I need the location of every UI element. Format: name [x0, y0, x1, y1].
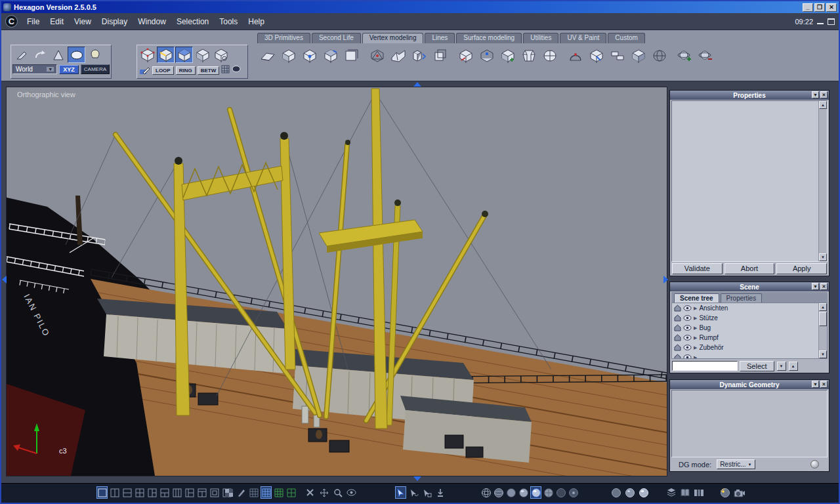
dg-indicator-icon[interactable]	[810, 460, 819, 469]
modeling-tool-button[interactable]	[257, 46, 278, 66]
look-icon[interactable]	[346, 486, 357, 499]
tab-uv-paint[interactable]: UV & Paint	[560, 33, 606, 43]
smoothing-high-icon[interactable]	[638, 486, 649, 499]
grid-blue-icon[interactable]	[261, 486, 272, 499]
smoothing-low-icon[interactable]	[610, 486, 621, 499]
tab-utilities[interactable]: Utilities	[523, 33, 558, 43]
layout-icon[interactable]	[109, 486, 120, 499]
modeling-tool-button[interactable]	[607, 46, 627, 66]
ellipse-mini-icon[interactable]	[232, 64, 242, 76]
modeling-tool-button[interactable]	[320, 46, 341, 66]
ellipse-tool-icon[interactable]	[68, 47, 85, 63]
magnet-minus-button[interactable]	[696, 46, 716, 66]
title-bar[interactable]: Hexagon Version 2.5.0.5 _ ❐ ✕	[1, 1, 839, 13]
render-sphere-icon[interactable]	[719, 486, 730, 499]
menu-view[interactable]: View	[69, 15, 96, 28]
chevron-down-icon[interactable]: ▼	[47, 67, 54, 72]
select-button[interactable]: Select	[740, 361, 774, 371]
viewport-canvas[interactable]: IAN PILO	[7, 87, 667, 476]
world-dropdown[interactable]: World▼	[12, 64, 57, 74]
scene-down-icon[interactable]: ▼	[777, 362, 786, 371]
stack-icon[interactable]	[665, 486, 677, 499]
scene-search-input[interactable]	[672, 361, 738, 371]
splitter-down-arrow[interactable]	[413, 476, 421, 481]
mdi-minimize-icon[interactable]	[817, 18, 824, 24]
camera-button[interactable]: CAMERA	[81, 64, 110, 74]
modeling-tool-button[interactable]	[565, 46, 585, 66]
grid-snap-icon[interactable]	[248, 486, 259, 499]
flat-sphere-icon[interactable]	[505, 486, 516, 499]
layout-icon[interactable]	[146, 486, 158, 499]
multi-select-icon[interactable]	[212, 47, 230, 63]
edge-pencil-icon[interactable]	[138, 66, 150, 75]
panel-collapse-icon[interactable]: ▼	[812, 91, 819, 98]
modeling-tool-button[interactable]	[455, 46, 476, 66]
wireframe-sphere-icon[interactable]	[480, 486, 492, 499]
columns-icon[interactable]	[693, 486, 704, 499]
tree-row[interactable]: ▶Zubehör	[672, 343, 827, 352]
dg-panel-header[interactable]: Dynamic Geometry ▼ ✕	[670, 380, 829, 389]
scene-tree-scrollbar[interactable]: ▲ ▼	[818, 303, 827, 358]
pan-icon[interactable]	[318, 486, 329, 499]
modeling-tool-button[interactable]	[497, 46, 518, 66]
tree-row[interactable]: ▶Bug	[672, 323, 827, 333]
wire-shade-sphere-icon[interactable]	[493, 486, 504, 499]
magnet-plus-button[interactable]	[675, 46, 695, 66]
validate-button[interactable]: Validate	[672, 263, 723, 274]
layout-icon[interactable]	[209, 486, 220, 499]
modeling-tool-button[interactable]	[278, 46, 299, 66]
properties-scrollbar[interactable]: ▲ ▼	[818, 101, 827, 261]
betw-button[interactable]: BETW	[198, 66, 220, 75]
eye-icon[interactable]	[683, 334, 692, 341]
tab-3d-primitives[interactable]: 3D Primitives	[257, 33, 310, 43]
layout-icon[interactable]	[134, 486, 145, 499]
scroll-down-icon[interactable]: ▼	[819, 350, 827, 358]
menu-file[interactable]: File	[22, 15, 45, 28]
tree-row[interactable]: ▶Rumpf	[672, 333, 827, 343]
layout-single-icon[interactable]	[96, 486, 108, 499]
modeling-tool-button[interactable]	[299, 46, 320, 66]
face-select-icon[interactable]	[175, 47, 193, 63]
pick-select-icon[interactable]	[421, 486, 432, 499]
close-x-icon[interactable]	[304, 486, 316, 499]
maximize-button[interactable]: ❐	[814, 3, 825, 12]
eye-icon[interactable]	[683, 314, 692, 322]
grid-green-icon[interactable]	[273, 486, 284, 499]
brush-icon[interactable]	[236, 486, 247, 499]
expand-icon[interactable]: ▶	[694, 335, 697, 341]
book-icon[interactable]	[679, 486, 690, 499]
modeling-tool-button[interactable]	[649, 46, 669, 66]
eye-icon[interactable]	[683, 304, 692, 312]
eye-icon[interactable]	[683, 344, 692, 351]
tab-lines[interactable]: Lines	[425, 33, 455, 43]
shaded-sphere-icon[interactable]	[518, 486, 529, 499]
blade-tool-icon[interactable]	[12, 47, 30, 63]
minimize-button[interactable]: _	[803, 3, 813, 12]
menu-selection[interactable]: Selection	[171, 15, 214, 28]
panel-close-icon[interactable]: ✕	[820, 91, 828, 98]
expand-icon[interactable]: ▶	[694, 355, 697, 360]
modeling-tool-button[interactable]	[430, 46, 450, 66]
smoothing-mid-icon[interactable]	[624, 486, 635, 499]
tab-vertex-modeling[interactable]: Vertex modeling	[362, 33, 424, 43]
modeling-tool-button[interactable]	[341, 46, 362, 66]
panel-close-icon[interactable]: ✕	[820, 381, 828, 388]
layout-icon[interactable]	[196, 486, 207, 499]
modeling-tool-button[interactable]	[586, 46, 606, 66]
select-arrow-icon[interactable]	[395, 486, 406, 499]
modeling-tool-button[interactable]	[539, 46, 560, 66]
abort-button[interactable]: Abort	[724, 263, 775, 274]
layout-icon[interactable]	[171, 486, 182, 499]
scroll-up-icon[interactable]: ▲	[819, 101, 827, 109]
menu-display[interactable]: Display	[96, 15, 133, 28]
dg-mode-dropdown[interactable]: Restric...▼	[717, 459, 755, 469]
modeling-tool-button[interactable]	[518, 46, 539, 66]
scroll-up-icon[interactable]: ▲	[819, 303, 827, 311]
eye-icon[interactable]	[683, 324, 692, 331]
modeling-tool-button[interactable]	[409, 46, 429, 66]
expand-icon[interactable]: ▶	[694, 316, 697, 321]
tab-surface-modeling[interactable]: Surface modeling	[456, 33, 522, 43]
rotate-tool-icon[interactable]	[31, 47, 49, 63]
viewport-3d[interactable]: IAN PILO	[6, 87, 667, 476]
layout-icon[interactable]	[184, 486, 195, 499]
